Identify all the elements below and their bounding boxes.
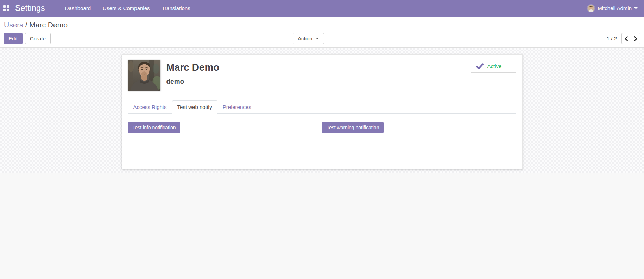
record-name: Marc Demo bbox=[166, 62, 220, 73]
pager-count: 1 / 2 bbox=[607, 35, 617, 41]
tab-preferences[interactable]: Preferences bbox=[217, 100, 257, 114]
action-dropdown[interactable]: Action bbox=[293, 33, 324, 44]
chevron-down-icon bbox=[316, 38, 319, 39]
notebook: Access Rights Test web notify Preference… bbox=[128, 100, 516, 133]
apps-grid-icon[interactable] bbox=[3, 5, 9, 11]
action-dropdown-label: Action bbox=[298, 35, 312, 42]
record-login: demo bbox=[166, 78, 220, 85]
top-navbar: Settings Dashboard Users & Companies Tra… bbox=[0, 0, 644, 17]
breadcrumb-separator: / bbox=[25, 21, 30, 29]
form-view-background: Marc Demo demo Active Access Rights Test… bbox=[0, 48, 644, 173]
check-icon bbox=[476, 63, 484, 69]
control-panel-buttons-row: Edit Create Action 1 / 2 bbox=[4, 33, 640, 44]
empty-field-mark bbox=[222, 94, 222, 97]
pager-previous-button[interactable] bbox=[621, 33, 631, 44]
user-avatar bbox=[587, 5, 595, 12]
record-titles: Marc Demo demo bbox=[166, 60, 220, 91]
breadcrumb-current: Marc Demo bbox=[29, 21, 68, 29]
control-panel: Users / Marc Demo Edit Create Action 1 /… bbox=[0, 17, 644, 48]
nav-item-dashboard[interactable]: Dashboard bbox=[59, 0, 97, 17]
record-sheet: Marc Demo demo Active Access Rights Test… bbox=[122, 54, 523, 169]
create-button[interactable]: Create bbox=[25, 33, 51, 44]
nav-item-translations[interactable]: Translations bbox=[156, 0, 196, 17]
pager-next-button[interactable] bbox=[631, 33, 640, 44]
record-header: Marc Demo demo Active bbox=[128, 60, 516, 91]
nav-item-users-companies[interactable]: Users & Companies bbox=[97, 0, 156, 17]
test-warning-notification-button[interactable]: Test warning notification bbox=[322, 122, 384, 133]
active-status-label: Active bbox=[487, 63, 502, 69]
tab-access-rights[interactable]: Access Rights bbox=[128, 100, 172, 114]
chevron-right-icon bbox=[634, 36, 638, 41]
breadcrumb: Users / Marc Demo bbox=[4, 21, 640, 29]
chevron-down-icon bbox=[634, 7, 638, 9]
tab-test-web-notify[interactable]: Test web notify bbox=[172, 100, 217, 114]
breadcrumb-users-link[interactable]: Users bbox=[4, 21, 23, 29]
edit-button[interactable]: Edit bbox=[4, 33, 23, 44]
tab-bar: Access Rights Test web notify Preference… bbox=[128, 100, 516, 114]
chevron-left-icon bbox=[624, 36, 628, 41]
tab-content-right-column: Test warning notification bbox=[322, 122, 516, 133]
app-title[interactable]: Settings bbox=[15, 4, 45, 13]
user-name: Mitchell Admin bbox=[598, 5, 632, 11]
record-photo bbox=[128, 60, 160, 91]
navbar-menu: Dashboard Users & Companies Translations bbox=[59, 0, 196, 17]
test-info-notification-button[interactable]: Test info notification bbox=[128, 122, 181, 133]
tab-content: Test info notification Test warning noti… bbox=[128, 114, 516, 133]
pager: 1 / 2 bbox=[607, 33, 640, 44]
page-bottom-area bbox=[0, 173, 644, 279]
tab-content-left-column: Test info notification bbox=[128, 122, 322, 133]
active-status-badge: Active bbox=[471, 60, 516, 73]
user-menu[interactable]: Mitchell Admin bbox=[585, 0, 640, 17]
